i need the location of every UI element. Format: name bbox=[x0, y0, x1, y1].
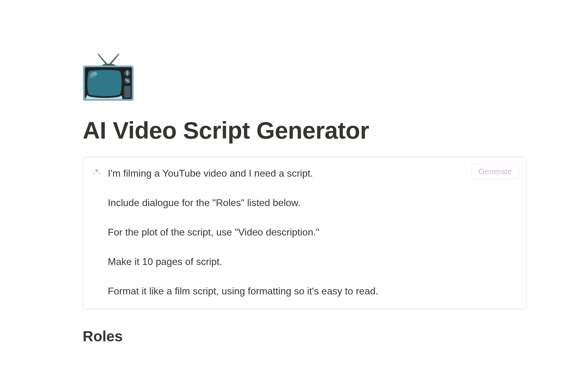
content-column: 📺 AI Video Script Generator Generate I'm… bbox=[83, 52, 527, 345]
roles-heading[interactable]: Roles bbox=[83, 328, 527, 345]
generate-button[interactable]: Generate bbox=[472, 163, 519, 180]
prompt-line: Include dialogue for the "Roles" listed … bbox=[108, 195, 517, 210]
prompt-line: Make it 10 pages of script. bbox=[108, 254, 517, 269]
prompt-line: I'm filming a YouTube video and I need a… bbox=[108, 166, 517, 181]
ai-prompt-row: I'm filming a YouTube video and I need a… bbox=[92, 166, 517, 298]
prompt-line: Format it like a film script, using form… bbox=[108, 284, 517, 298]
page-title[interactable]: AI Video Script Generator bbox=[83, 117, 527, 144]
prompt-line: For the plot of the script, use "Video d… bbox=[108, 225, 517, 240]
ai-prompt-block[interactable]: Generate I'm filming a YouTube video and… bbox=[83, 157, 527, 309]
page-icon-tv[interactable]: 📺 bbox=[80, 52, 527, 98]
sparkle-icon bbox=[92, 168, 101, 176]
document-page: 📺 AI Video Script Generator Generate I'm… bbox=[0, 0, 588, 368]
ai-prompt-text[interactable]: I'm filming a YouTube video and I need a… bbox=[108, 166, 517, 298]
